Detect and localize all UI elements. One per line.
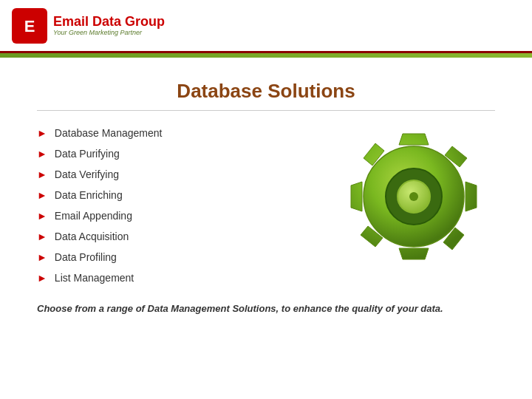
list-item: ►Data Purifying xyxy=(37,143,332,164)
list-item-text: Data Profiling xyxy=(55,251,117,263)
logo-main-text: Email Data Group xyxy=(53,15,165,30)
logo-sub-text: Your Green Marketing Partner xyxy=(53,29,165,36)
page-header: E Email Data Group Your Green Marketing … xyxy=(0,0,532,53)
svg-point-5 xyxy=(409,192,418,201)
bullet-arrow-icon: ► xyxy=(37,189,47,201)
svg-text:E: E xyxy=(24,17,35,35)
bullet-arrow-icon: ► xyxy=(37,272,47,284)
bullet-arrow-icon: ► xyxy=(37,168,47,180)
list-item-text: Database Management xyxy=(55,127,163,139)
logo-container: E Email Data Group Your Green Marketing … xyxy=(12,8,165,44)
list-section: ►Database Management►Data Purifying►Data… xyxy=(37,123,495,288)
list-item-text: Data Enriching xyxy=(55,189,123,201)
logo-text: Email Data Group Your Green Marketing Pa… xyxy=(53,15,165,37)
page-title: Database Solutions xyxy=(37,80,495,111)
main-content: Database Solutions ►Database Management►… xyxy=(0,58,532,329)
list-item-text: Data Acquisition xyxy=(55,231,129,242)
list-item: ►Database Management xyxy=(37,123,332,143)
footer-text: Choose from a range of Data Management S… xyxy=(37,303,495,314)
bullet-list: ►Database Management►Data Purifying►Data… xyxy=(37,123,332,288)
logo-icon: E xyxy=(12,8,47,44)
list-item-text: Email Appending xyxy=(55,210,132,222)
bullet-arrow-icon: ► xyxy=(37,210,47,222)
list-item: ►Data Verifying xyxy=(37,164,332,185)
list-item: ►Data Enriching xyxy=(37,185,332,205)
list-item: ►Data Acquisition xyxy=(37,226,332,247)
list-item-text: Data Verifying xyxy=(55,168,119,180)
bullet-arrow-icon: ► xyxy=(37,127,47,139)
bullet-arrow-icon: ► xyxy=(37,231,47,242)
bullet-arrow-icon: ► xyxy=(37,148,47,160)
list-item: ►List Management xyxy=(37,267,332,288)
list-item: ►Email Appending xyxy=(37,205,332,226)
list-item: ►Data Profiling xyxy=(37,247,332,267)
gear-icon xyxy=(340,123,488,270)
list-item-text: List Management xyxy=(55,272,134,284)
list-item-text: Data Purifying xyxy=(55,148,120,160)
bullet-arrow-icon: ► xyxy=(37,251,47,263)
gear-container xyxy=(332,115,495,278)
